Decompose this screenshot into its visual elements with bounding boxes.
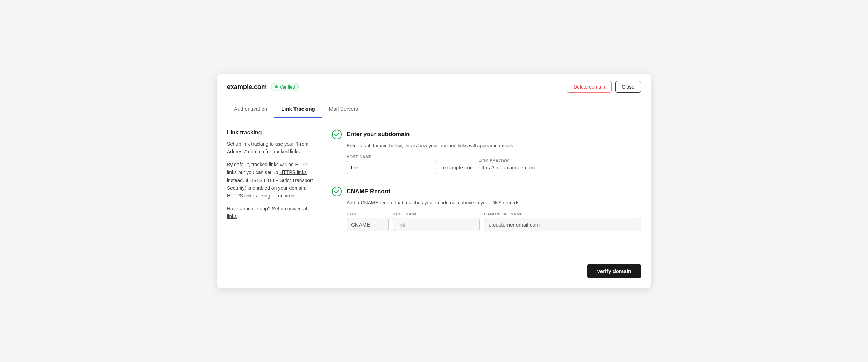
left-panel-para2: By default, tracked links will be HTTP l… [227, 161, 315, 200]
delete-domain-button[interactable]: Delete domain [567, 81, 612, 93]
cname-check-icon [332, 187, 342, 196]
left-panel: Link tracking Set up link tracking to us… [227, 130, 332, 247]
link-preview-value: https://link.example.com... [478, 165, 539, 174]
verify-domain-button[interactable]: Verify domain [587, 264, 641, 278]
link-preview-label: LINK PREVIEW [478, 158, 539, 162]
subdomain-section-header: Enter your subdomain [332, 130, 641, 139]
subdomain-section-desc: Enter a subdomain below, this is how you… [347, 143, 641, 148]
tab-link-tracking[interactable]: Link Tracking [274, 100, 322, 118]
modal-body: Link tracking Set up link tracking to us… [217, 118, 651, 258]
left-panel-para1: Set up link tracking to use your "From A… [227, 140, 315, 156]
left-panel-para3: Have a mobile app? Set up universal link… [227, 205, 315, 221]
domain-modal: example.com Verified Delete domain Close… [217, 74, 651, 288]
cname-canonical-label: CANONICAL NAME [484, 212, 641, 216]
close-button[interactable]: Close [615, 81, 641, 93]
left-panel-heading: Link tracking [227, 130, 315, 136]
host-name-label: HOST NAME [347, 155, 437, 159]
universal-links-link[interactable]: Set up universal links [227, 206, 307, 219]
subdomain-section-title: Enter your subdomain [347, 131, 410, 138]
domain-suffix: .example.com [442, 165, 474, 174]
cname-host-field-group: HOST NAME [393, 212, 480, 231]
header-actions: Delete domain Close [567, 81, 641, 93]
tab-mail-servers[interactable]: Mail Servers [322, 100, 365, 118]
verified-badge: Verified [271, 83, 299, 91]
host-name-input[interactable] [347, 161, 437, 174]
cname-section: CNAME Record Add a CNAME record that mat… [332, 187, 641, 231]
cname-section-desc: Add a CNAME record that matches your sub… [347, 200, 641, 206]
domain-name: example.com [227, 83, 267, 91]
modal-footer: Verify domain [217, 258, 651, 288]
tab-authentication[interactable]: Authentication [227, 100, 274, 118]
domain-info: example.com Verified [227, 83, 299, 91]
cname-section-header: CNAME Record [332, 187, 641, 196]
verified-dot-icon [275, 85, 278, 88]
host-name-field-group: HOST NAME [347, 155, 437, 174]
subdomain-fields-row: HOST NAME .example.com LINK PREVIEW http… [347, 155, 641, 174]
tabs-nav: Authentication Link Tracking Mail Server… [217, 100, 651, 118]
https-links-link[interactable]: HTTPS links [279, 169, 307, 175]
cname-host-input [393, 218, 480, 231]
cname-canonical-field-group: CANONICAL NAME [484, 212, 641, 231]
cname-section-title: CNAME Record [347, 188, 391, 195]
cname-type-field-group: TYPE [347, 212, 389, 231]
modal-header: example.com Verified Delete domain Close [217, 74, 651, 100]
cname-host-label: HOST NAME [393, 212, 480, 216]
cname-canonical-input [484, 218, 641, 231]
cname-fields-row: TYPE HOST NAME CANONICAL NAME [347, 212, 641, 231]
svg-point-1 [332, 187, 341, 196]
right-panel: Enter your subdomain Enter a subdomain b… [332, 130, 641, 247]
cname-type-label: TYPE [347, 212, 389, 216]
subdomain-section: Enter your subdomain Enter a subdomain b… [332, 130, 641, 174]
link-preview-group: LINK PREVIEW https://link.example.com... [478, 158, 539, 174]
cname-type-input [347, 218, 389, 231]
verified-label: Verified [280, 84, 295, 90]
subdomain-check-icon [332, 130, 342, 139]
svg-point-0 [332, 130, 341, 139]
